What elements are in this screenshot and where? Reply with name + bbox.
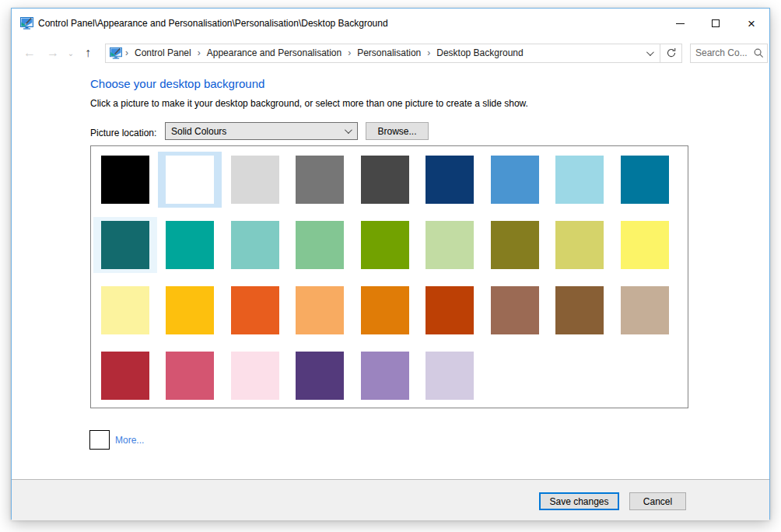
- color-swatch[interactable]: [296, 221, 344, 269]
- address-bar[interactable]: ›Control Panel›Appearance and Personalis…: [105, 44, 682, 63]
- color-swatch-cell[interactable]: [93, 212, 158, 278]
- breadcrumb-item[interactable]: Appearance and Personalisation: [204, 47, 345, 58]
- color-grid-row: [93, 343, 686, 408]
- maximize-button[interactable]: [698, 9, 734, 38]
- color-swatch-cell[interactable]: [352, 212, 418, 278]
- back-icon[interactable]: ←: [18, 46, 41, 60]
- color-swatch[interactable]: [296, 286, 344, 334]
- color-swatch-cell[interactable]: [352, 278, 418, 343]
- up-icon[interactable]: ↑: [77, 46, 99, 60]
- color-swatch[interactable]: [101, 352, 149, 400]
- color-swatch[interactable]: [555, 156, 604, 204]
- color-swatch-cell[interactable]: [418, 212, 483, 278]
- color-swatch-cell[interactable]: [288, 343, 353, 408]
- color-swatch[interactable]: [555, 221, 604, 269]
- close-button[interactable]: ×: [734, 9, 769, 38]
- color-swatch[interactable]: [361, 156, 409, 204]
- search-box[interactable]: [690, 44, 768, 63]
- color-swatch[interactable]: [426, 286, 474, 334]
- color-swatch-cell[interactable]: [548, 147, 613, 212]
- color-swatch-cell[interactable]: [158, 278, 223, 343]
- breadcrumb-separator-icon[interactable]: ›: [345, 47, 354, 58]
- color-swatch-cell[interactable]: [93, 343, 158, 408]
- color-swatch[interactable]: [231, 221, 279, 269]
- swatch-highlight: [93, 348, 157, 404]
- color-swatch[interactable]: [491, 156, 539, 204]
- custom-color-box[interactable]: [89, 430, 110, 450]
- color-swatch-cell[interactable]: [418, 278, 483, 343]
- color-swatch-cell[interactable]: [158, 343, 223, 408]
- swatch-highlight: [418, 282, 482, 338]
- minimize-button[interactable]: [662, 9, 698, 38]
- color-swatch-cell[interactable]: [93, 147, 158, 212]
- color-swatch[interactable]: [426, 221, 474, 269]
- color-swatch-cell[interactable]: [288, 278, 353, 343]
- color-swatch-cell[interactable]: [548, 212, 613, 278]
- color-swatch-cell[interactable]: [612, 278, 678, 343]
- color-swatch-cell[interactable]: [222, 278, 288, 343]
- color-swatch-cell[interactable]: [158, 147, 223, 212]
- color-swatch-cell[interactable]: [288, 212, 353, 278]
- color-swatch-cell[interactable]: [352, 343, 418, 408]
- color-swatch[interactable]: [166, 156, 214, 204]
- color-swatch[interactable]: [101, 156, 149, 204]
- color-swatch-cell[interactable]: [612, 147, 678, 212]
- breadcrumb-item[interactable]: Control Panel: [131, 47, 194, 58]
- color-swatch[interactable]: [231, 352, 279, 400]
- address-dropdown-button[interactable]: [638, 44, 660, 62]
- breadcrumb-item[interactable]: Desktop Background: [433, 47, 526, 58]
- color-swatch[interactable]: [361, 286, 409, 334]
- color-swatch[interactable]: [166, 221, 214, 269]
- breadcrumb-separator-icon[interactable]: ›: [424, 47, 433, 58]
- refresh-button[interactable]: [660, 44, 681, 62]
- color-swatch[interactable]: [166, 352, 214, 400]
- page-description: Click a picture to make it your desktop …: [90, 98, 528, 109]
- color-swatch[interactable]: [361, 221, 409, 269]
- color-swatch[interactable]: [426, 352, 474, 400]
- breadcrumb-separator-icon[interactable]: ›: [194, 47, 204, 58]
- color-swatch[interactable]: [231, 156, 279, 204]
- color-swatch[interactable]: [621, 156, 669, 204]
- recent-locations-chevron-icon[interactable]: ⌄: [65, 49, 77, 58]
- color-swatch[interactable]: [491, 221, 539, 269]
- breadcrumb-item[interactable]: Personalisation: [354, 47, 424, 58]
- color-swatch[interactable]: [101, 286, 149, 334]
- color-swatch[interactable]: [296, 352, 344, 400]
- color-swatch[interactable]: [361, 352, 409, 400]
- color-swatch-cell[interactable]: [288, 147, 353, 212]
- color-swatch-cell[interactable]: [482, 278, 548, 343]
- color-swatch-cell[interactable]: [482, 212, 548, 278]
- swatch-highlight: [613, 217, 677, 273]
- color-swatch[interactable]: [231, 286, 279, 334]
- color-swatch-cell[interactable]: [482, 147, 548, 212]
- more-link[interactable]: More...: [115, 435, 144, 446]
- color-swatch[interactable]: [555, 286, 604, 334]
- color-swatch[interactable]: [621, 221, 669, 269]
- forward-icon[interactable]: →: [41, 46, 65, 60]
- search-icon[interactable]: [753, 47, 765, 59]
- color-swatch-cell[interactable]: [418, 343, 483, 408]
- color-swatch[interactable]: [621, 286, 669, 334]
- color-swatch-cell[interactable]: [222, 147, 288, 212]
- color-swatch-cell[interactable]: [222, 343, 288, 408]
- browse-button[interactable]: Browse...: [366, 122, 429, 140]
- color-swatch[interactable]: [166, 286, 214, 334]
- cancel-button[interactable]: Cancel: [629, 492, 686, 510]
- color-swatch[interactable]: [296, 156, 344, 204]
- search-input[interactable]: [695, 47, 753, 58]
- color-swatch-cell[interactable]: [222, 212, 288, 278]
- picture-location-select[interactable]: Solid Colours: [165, 122, 358, 140]
- save-changes-button[interactable]: Save changes: [539, 492, 619, 510]
- color-swatch-cell[interactable]: [418, 147, 483, 212]
- chevron-down-icon: [646, 48, 653, 56]
- color-swatch-cell[interactable]: [548, 278, 613, 343]
- color-swatch[interactable]: [101, 221, 149, 269]
- color-swatch[interactable]: [491, 286, 539, 334]
- color-swatch[interactable]: [426, 156, 474, 204]
- color-swatch-cell[interactable]: [158, 212, 223, 278]
- breadcrumb-separator-icon[interactable]: ›: [122, 47, 131, 58]
- color-swatch-cell[interactable]: [352, 147, 418, 212]
- swatch-highlight: [288, 152, 352, 208]
- color-swatch-cell[interactable]: [93, 278, 158, 343]
- color-swatch-cell[interactable]: [612, 212, 678, 278]
